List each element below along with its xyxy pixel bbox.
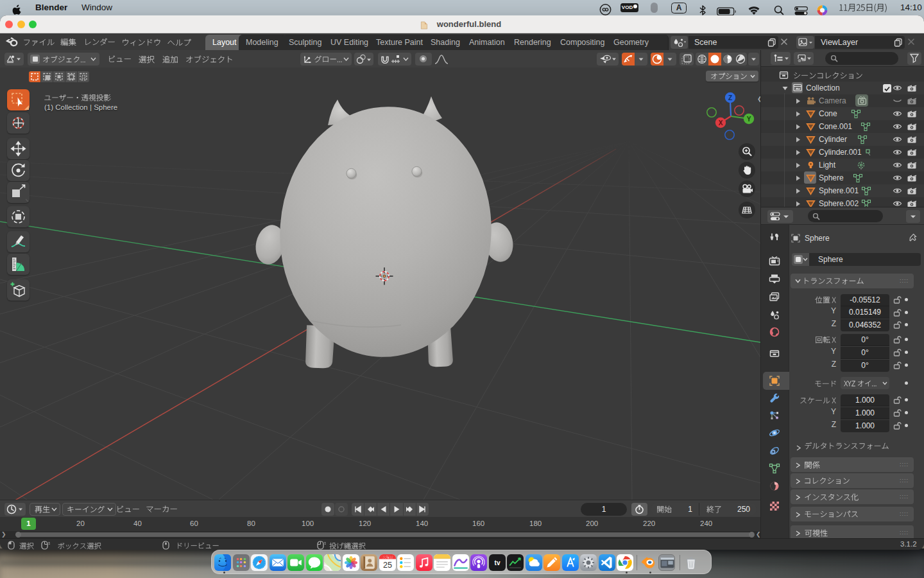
svg-text:25: 25 <box>383 561 392 570</box>
svg-text:Z: Z <box>728 94 732 101</box>
svg-text:tv: tv <box>494 559 500 566</box>
svg-text:X: X <box>719 119 723 127</box>
svg-text:Y: Y <box>747 116 751 123</box>
